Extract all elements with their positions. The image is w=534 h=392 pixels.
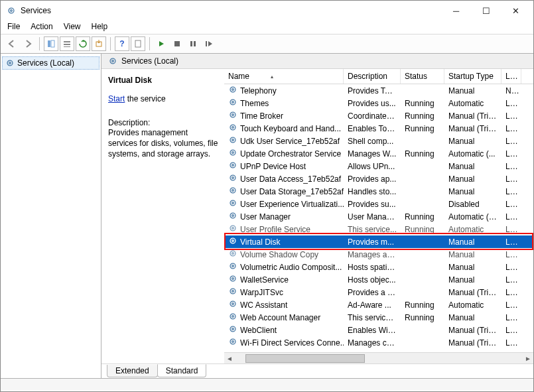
table-row[interactable]: WarpJITSvcProvides a JI...Manual (Trig..… (224, 286, 533, 298)
svg-point-47 (230, 276, 235, 281)
col-startup[interactable]: Startup Type (444, 69, 501, 84)
svg-point-1 (11, 10, 13, 12)
description-label: Description: (108, 118, 219, 127)
scroll-right-icon[interactable]: ► (523, 355, 533, 362)
service-startup: Manual (444, 137, 501, 146)
service-name: Update Orchestrator Service (240, 149, 341, 159)
svg-point-58 (232, 341, 234, 343)
service-name: User Data Access_17eb52af (240, 174, 341, 184)
table-row[interactable]: WC AssistantAd-Aware ...RunningAutomatic… (224, 298, 533, 311)
content-header-text: Services (Local) (121, 56, 178, 66)
svg-point-52 (232, 303, 234, 305)
rows-container: TelephonyProvides Tel...ManualNetThemesP… (224, 84, 533, 352)
export-button[interactable] (92, 36, 106, 51)
menu-file[interactable]: File (7, 22, 20, 31)
svg-point-46 (232, 265, 234, 267)
svg-rect-9 (174, 41, 180, 46)
table-row[interactable]: Virtual DiskProvides m...ManualLoc (224, 235, 533, 248)
svg-point-25 (230, 137, 235, 143)
nav-item-services-local[interactable]: Services (Local) (2, 56, 100, 70)
pause-service-button[interactable] (186, 36, 200, 51)
service-logon: Loc (501, 338, 521, 348)
forward-button[interactable] (21, 36, 35, 51)
scroll-left-icon[interactable]: ◄ (224, 355, 235, 362)
service-startup: Manual (444, 86, 501, 96)
gear-icon (228, 85, 237, 96)
status-bar (1, 378, 533, 390)
col-name[interactable]: Name▴ (224, 69, 344, 84)
service-logon: Loc (501, 99, 521, 108)
tab-extended[interactable]: Extended (107, 365, 158, 377)
table-row[interactable]: Volume Shadow CopyManages an...ManualLoc (224, 248, 533, 261)
svg-rect-12 (206, 41, 207, 46)
service-status: Running (401, 212, 444, 222)
col-description[interactable]: Description (344, 69, 401, 84)
table-row[interactable]: ThemesProvides us...RunningAutomaticLoc (224, 97, 533, 109)
menu-action[interactable]: Action (31, 22, 52, 31)
nav-tree: Services (Local) (1, 54, 101, 378)
svg-point-14 (9, 62, 11, 64)
properties-alt-button[interactable] (131, 36, 145, 51)
svg-point-16 (112, 60, 114, 62)
start-service-link[interactable]: Start (108, 94, 125, 103)
service-startup: Manual (Trig... (444, 124, 501, 133)
gear-icon (5, 58, 15, 68)
menu-help[interactable]: Help (92, 22, 108, 31)
maximize-button[interactable]: ☐ (471, 1, 501, 21)
table-row[interactable]: Web Account ManagerThis service ...Runni… (224, 311, 533, 324)
gear-icon (228, 312, 237, 323)
restart-service-button[interactable] (202, 36, 216, 51)
svg-point-39 (230, 226, 235, 231)
table-row[interactable]: Volumetric Audio Composit...Hosts spatia… (224, 261, 533, 273)
service-logon: Loc (501, 124, 521, 133)
refresh-button[interactable] (76, 36, 90, 51)
table-row[interactable]: Touch Keyboard and Hand...Enables Tou...… (224, 122, 533, 135)
service-name: User Manager (240, 212, 291, 222)
table-row[interactable]: WalletServiceHosts objec...ManualLoc (224, 273, 533, 286)
col-logon[interactable]: Log (501, 69, 521, 84)
table-row[interactable]: User ManagerUser Manag...RunningAutomati… (224, 210, 533, 223)
view-tabs: Extended Standard (101, 363, 533, 378)
table-row[interactable]: User Data Access_17eb52afProvides ap...M… (224, 172, 533, 185)
show-hide-tree-button[interactable] (44, 36, 58, 51)
svg-point-43 (230, 251, 235, 256)
table-row[interactable]: User Data Storage_17eb52afHandles sto...… (224, 185, 533, 198)
service-desc: Coordinates... (344, 111, 401, 121)
minimize-button[interactable]: ─ (441, 1, 471, 21)
table-row[interactable]: Time BrokerCoordinates...RunningManual (… (224, 109, 533, 122)
svg-rect-8 (135, 40, 141, 47)
horizontal-scrollbar[interactable]: ◄ ► (224, 352, 533, 363)
table-row[interactable]: Update Orchestrator ServiceManages W...R… (224, 147, 533, 160)
service-startup: Manual (444, 263, 501, 272)
table-row[interactable]: TelephonyProvides Tel...ManualNet (224, 84, 533, 97)
close-button[interactable]: ✕ (501, 1, 531, 21)
table-row[interactable]: User Experience Virtualizati...Provides … (224, 198, 533, 210)
scroll-thumb[interactable] (245, 354, 365, 363)
gear-icon (228, 261, 237, 273)
table-row[interactable]: WebClientEnables Win...Manual (Trig...Lo… (224, 324, 533, 336)
service-list: Name▴ Description Status Startup Type Lo… (224, 69, 533, 363)
table-row[interactable]: Udk User Service_17eb52afShell comp...Ma… (224, 135, 533, 147)
help-button[interactable]: ? (115, 36, 129, 51)
stop-service-button[interactable] (170, 36, 184, 51)
svg-point-26 (232, 139, 234, 141)
table-row[interactable]: User Profile ServiceThis service...Runni… (224, 223, 533, 235)
service-startup: Manual (Trig... (444, 338, 501, 348)
svg-rect-6 (64, 46, 70, 47)
service-name: Touch Keyboard and Hand... (240, 124, 341, 133)
gear-icon (228, 123, 237, 134)
svg-point-50 (232, 291, 234, 293)
tab-standard[interactable]: Standard (157, 364, 207, 377)
start-service-button[interactable] (154, 36, 168, 51)
table-row[interactable]: UPnP Device HostAllows UPn...ManualLoc (224, 160, 533, 172)
menu-view[interactable]: View (64, 22, 81, 31)
table-row[interactable]: Wi-Fi Direct Services Conne...Manages co… (224, 336, 533, 349)
service-startup: Automatic (444, 225, 501, 234)
service-status: Running (401, 225, 444, 234)
properties-button[interactable] (60, 36, 74, 51)
col-status[interactable]: Status (401, 69, 444, 84)
service-name: Volumetric Audio Composit... (240, 263, 342, 272)
service-name: UPnP Device Host (240, 162, 306, 171)
back-button[interactable] (5, 36, 19, 51)
service-startup: Automatic (T... (444, 212, 501, 222)
